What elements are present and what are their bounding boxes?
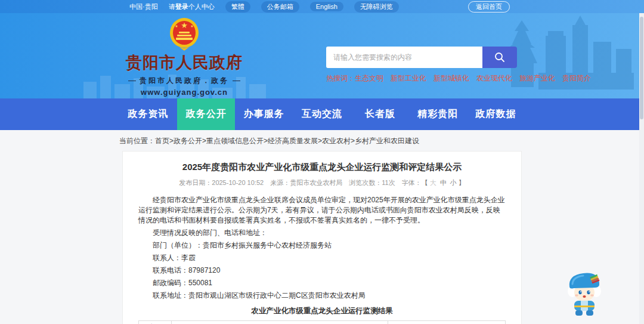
article-source: 贵阳市农业农村局 bbox=[290, 179, 342, 186]
nav-item-6[interactable]: 精彩贵阳 bbox=[409, 98, 467, 130]
article-meta: 发布日期：2025-10-20 10:52 来源：贵阳市农业农村局 浏览次数：1… bbox=[138, 178, 506, 187]
nav-item-3[interactable]: 办事服务 bbox=[235, 98, 293, 130]
site-header-banner: ★ ★ ★ 贵阳市人民政府 贵阳市人民政府．政务 www.guiyang.gov… bbox=[0, 13, 644, 98]
breadcrumb: 当前位置：首页>政务公开>重点领域信息公开>经济高质量发展>农业农村>乡村产业和… bbox=[116, 130, 528, 151]
main-navigation: 政务资讯政务公开办事服务互动交流长者版精彩贵阳政府数据 bbox=[0, 98, 644, 130]
breadcrumb-path[interactable]: 首页>政务公开>重点领域信息公开>经济高质量发展>农业农村>乡村产业和农田建设 bbox=[155, 137, 419, 145]
hot-word-3[interactable]: 新型城镇化 bbox=[434, 74, 469, 82]
table-header-cell-3: 监测结果 bbox=[388, 321, 506, 324]
national-emblem-icon: ★ ★ ★ bbox=[169, 17, 200, 51]
article-paragraph-6: 邮政编码：550081 bbox=[138, 278, 506, 288]
font-size-option-3[interactable]: 小 bbox=[450, 179, 457, 186]
mascot-assistant-icon[interactable] bbox=[565, 267, 603, 316]
breadcrumb-label: 当前位置： bbox=[119, 137, 155, 145]
svg-text:★: ★ bbox=[175, 24, 178, 28]
accessibility-button[interactable]: 无障碍浏览 bbox=[354, 1, 399, 13]
article-paragraph-2: 受理情况反映的部门、电话和地址： bbox=[138, 228, 506, 238]
subtitle-dash-left bbox=[128, 81, 136, 81]
table-caption: 农业产业化市级重点龙头企业运行监测结果 bbox=[138, 306, 506, 316]
article-paragraph-5: 联系电话：87987120 bbox=[138, 266, 506, 276]
topbar-region-link[interactable]: 中国·贵阳 bbox=[129, 2, 158, 11]
search-button[interactable] bbox=[482, 47, 517, 68]
hot-search-label: 热搜词： bbox=[326, 74, 355, 82]
hot-word-6[interactable]: 贵阳简介 bbox=[562, 74, 591, 82]
article-paragraph-4: 联系人：李霞 bbox=[138, 253, 506, 263]
nav-item-7[interactable]: 政府数据 bbox=[467, 98, 525, 130]
hot-word-1[interactable]: 生态文明 bbox=[355, 74, 383, 82]
subtitle-dash-right bbox=[233, 81, 240, 81]
hot-search-row: 热搜词：生态文明新型工业化新型城镇化农业现代化旅游产业化贵阳简介 bbox=[326, 73, 517, 84]
scrollbar-thumb[interactable] bbox=[640, 17, 643, 119]
site-subtitle: 贵阳市人民政府．政务 bbox=[140, 76, 229, 86]
svg-text:★: ★ bbox=[181, 21, 188, 30]
english-button[interactable]: English bbox=[310, 2, 343, 11]
publish-date: 2025-10-20 10:52 bbox=[212, 179, 264, 186]
topbar: 中国·贵阳 请登录个人中心 繁體 公务邮箱 English 无障碍浏览 返回首页 bbox=[0, 0, 644, 13]
search-input[interactable] bbox=[326, 47, 482, 68]
back-home-button[interactable]: 返回首页 bbox=[468, 1, 510, 13]
font-size-option-2[interactable]: 中 bbox=[440, 179, 447, 186]
article-title: 2025年度贵阳市农业产业化市级重点龙头企业运行监测和评定结果公示 bbox=[138, 161, 506, 173]
scrollbar[interactable] bbox=[639, 13, 644, 324]
svg-text:★: ★ bbox=[190, 24, 193, 28]
official-mail-button[interactable]: 公务邮箱 bbox=[261, 1, 299, 13]
article-card: 2025年度贵阳市农业产业化市级重点龙头企业运行监测和评定结果公示 发布日期：2… bbox=[122, 151, 522, 324]
font-size-option-1[interactable]: 大 bbox=[430, 179, 436, 186]
table-header-cell-1: 序号 bbox=[139, 321, 172, 324]
site-title: 贵阳市人民政府 bbox=[126, 52, 243, 73]
monitor-result-table: 序号企业名称监测结果 1贵州合力超市采购有限公司合格2贵州友禾种业有限公司合格3… bbox=[138, 320, 506, 324]
nav-item-5[interactable]: 长者版 bbox=[351, 98, 409, 130]
view-count: 11次 bbox=[382, 179, 395, 186]
traditional-chinese-button[interactable]: 繁體 bbox=[225, 1, 250, 13]
article-paragraph-7: 联系地址：贵阳市观山湖区市级行政中心二期C区贵阳市农业农村局 bbox=[138, 291, 506, 301]
nav-item-2[interactable]: 政务公开 bbox=[177, 98, 235, 130]
article-body: 经贵阳市农业产业化市级重点龙头企业联席会议成员单位审定，现对2025年开展的农业… bbox=[138, 195, 506, 301]
hot-word-4[interactable]: 农业现代化 bbox=[476, 74, 512, 82]
nav-item-1[interactable]: 政务资讯 bbox=[119, 98, 177, 130]
search-icon bbox=[494, 51, 506, 63]
hot-word-2[interactable]: 新型工业化 bbox=[391, 74, 426, 82]
site-url: www.guiyang.gov.cn bbox=[141, 88, 228, 97]
hot-word-5[interactable]: 旅游产业化 bbox=[519, 74, 555, 82]
article-paragraph-1: 经贵阳市农业产业化市级重点龙头企业联席会议成员单位审定，现对2025年开展的农业… bbox=[138, 195, 506, 226]
login-link[interactable]: 请登录个人中心 bbox=[169, 2, 215, 11]
nav-item-4[interactable]: 互动交流 bbox=[293, 98, 351, 130]
table-header-cell-2: 企业名称 bbox=[172, 321, 388, 324]
site-logo[interactable]: ★ ★ ★ 贵阳市人民政府 贵阳市人民政府．政务 www.guiyang.gov… bbox=[121, 17, 247, 97]
article-paragraph-3: 部门（单位）：贵阳市乡村振兴服务中心农村经济服务站 bbox=[138, 240, 506, 251]
